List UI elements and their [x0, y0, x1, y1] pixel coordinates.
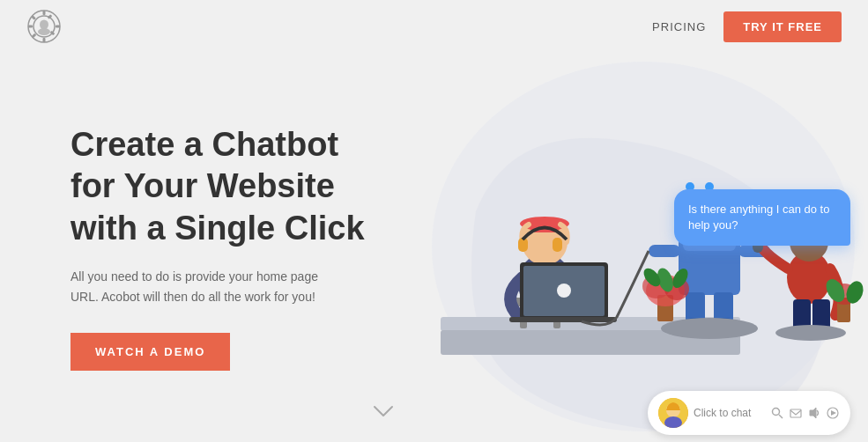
svg-rect-25	[523, 266, 605, 316]
svg-point-18	[518, 253, 571, 314]
svg-rect-51	[657, 295, 673, 321]
svg-line-68	[779, 415, 783, 418]
chat-bubble: Is there anything I can do to help you?	[674, 189, 850, 246]
svg-point-11	[38, 28, 50, 35]
svg-rect-21	[529, 218, 560, 232]
chat-input-placeholder: Click to chat	[694, 407, 765, 419]
scroll-indicator[interactable]	[370, 402, 397, 420]
svg-point-60	[822, 276, 849, 305]
svg-point-12	[432, 62, 855, 431]
svg-point-10	[40, 20, 48, 30]
svg-point-63	[775, 325, 846, 341]
svg-rect-24	[520, 262, 608, 320]
svg-point-67	[773, 409, 780, 416]
svg-rect-28	[679, 238, 740, 295]
svg-rect-39	[649, 245, 680, 257]
svg-rect-13	[441, 317, 740, 331]
svg-rect-41	[686, 292, 705, 323]
svg-point-44	[710, 318, 737, 330]
logo-area	[26, 9, 62, 44]
svg-marker-70	[810, 408, 816, 418]
illustration	[405, 53, 868, 442]
svg-rect-22	[518, 238, 528, 252]
pricing-link[interactable]: PRICING	[652, 20, 706, 33]
svg-rect-50	[812, 299, 830, 330]
svg-point-20	[520, 217, 569, 231]
chat-avatar	[658, 398, 688, 428]
svg-point-43	[682, 318, 708, 330]
nav-right: PRICING TRY IT FREE	[652, 11, 842, 42]
svg-rect-49	[793, 299, 811, 330]
svg-point-57	[670, 266, 691, 291]
hero-description: All you need to do is provide your home …	[70, 267, 335, 306]
chat-action-icons	[770, 406, 840, 420]
svg-rect-14	[441, 330, 740, 355]
svg-rect-17	[553, 306, 560, 328]
main-content: Create a Chatbot for Your Website with a…	[0, 53, 868, 442]
header: PRICING TRY IT FREE	[0, 0, 868, 53]
svg-rect-3	[43, 38, 46, 42]
svg-rect-4	[28, 26, 33, 28]
svg-point-45	[787, 251, 831, 304]
svg-point-52	[646, 275, 685, 306]
svg-rect-15	[509, 298, 571, 306]
sound-icon[interactable]	[807, 406, 821, 420]
chat-input-bar[interactable]: Click to chat	[648, 391, 850, 435]
svg-rect-16	[520, 306, 527, 328]
search-icon[interactable]	[770, 406, 784, 420]
svg-point-53	[642, 274, 671, 298]
svg-point-26	[557, 284, 571, 298]
svg-marker-72	[831, 410, 836, 416]
svg-point-62	[661, 318, 758, 339]
svg-rect-5	[56, 26, 60, 28]
svg-point-56	[641, 265, 664, 289]
try-it-free-button[interactable]: TRY IT FREE	[723, 11, 842, 42]
email-icon[interactable]	[789, 406, 803, 420]
watch-demo-button[interactable]: WATCH A DEMO	[70, 333, 230, 371]
svg-point-55	[655, 266, 677, 294]
svg-rect-27	[509, 317, 617, 322]
svg-rect-69	[790, 409, 801, 417]
left-panel: Create a Chatbot for Your Website with a…	[0, 53, 405, 442]
svg-point-19	[522, 219, 568, 265]
hero-title: Create a Chatbot for Your Website with a…	[70, 124, 405, 250]
svg-point-54	[664, 277, 689, 300]
svg-rect-2	[43, 11, 46, 15]
right-panel: Is there anything I can do to help you? …	[405, 53, 868, 442]
chevron-down-icon	[370, 402, 397, 420]
svg-point-61	[843, 279, 866, 306]
svg-rect-42	[714, 292, 733, 323]
send-icon[interactable]	[826, 406, 840, 420]
svg-rect-23	[553, 238, 562, 252]
svg-rect-40	[738, 245, 770, 257]
svg-point-59	[831, 284, 857, 305]
svg-rect-58	[837, 298, 850, 322]
logo-icon	[26, 9, 62, 44]
